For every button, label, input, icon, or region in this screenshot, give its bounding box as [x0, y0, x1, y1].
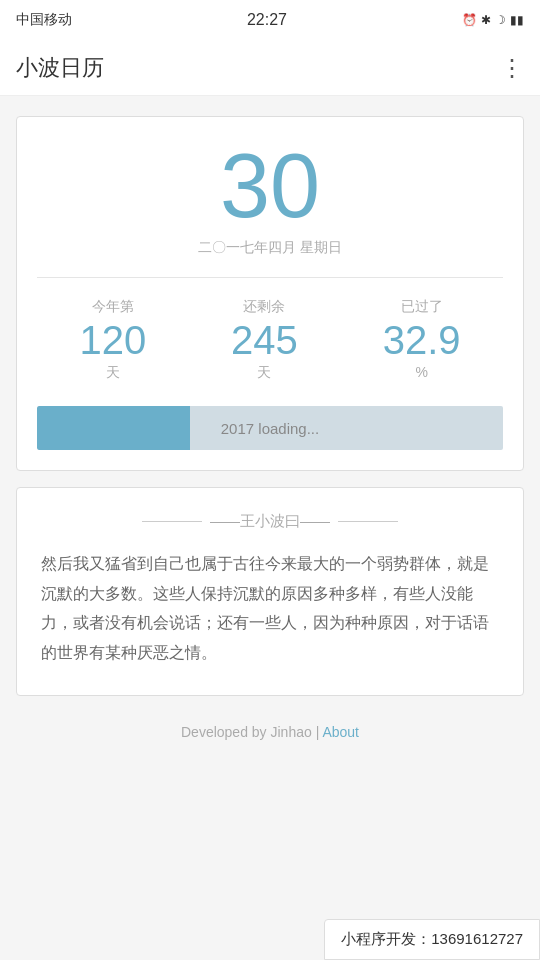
- app-title: 小波日历: [16, 53, 104, 83]
- stats-row: 今年第 120 天 还剩余 245 天 已过了 32.9 %: [37, 298, 503, 382]
- app-bar: 小波日历 ⋮: [0, 40, 540, 96]
- stat-value-0: 120: [79, 320, 146, 360]
- date-text: 二〇一七年四月 星期日: [37, 239, 503, 257]
- divider: [37, 277, 503, 278]
- quote-header: ——王小波曰——: [41, 512, 499, 531]
- battery-icon: ▮▮: [510, 13, 524, 27]
- stat-label-0: 今年第: [92, 298, 134, 316]
- quote-dash-right: [338, 521, 398, 522]
- status-bar: 中国移动 22:27 ⏰ ✱ ☽ ▮▮: [0, 0, 540, 40]
- moon-icon: ☽: [495, 13, 506, 27]
- progress-fill: [37, 406, 190, 450]
- footer-separator: |: [316, 724, 320, 740]
- stat-value-1: 245: [231, 320, 298, 360]
- progress-text: 2017 loading...: [221, 420, 319, 437]
- time-label: 22:27: [247, 11, 287, 29]
- footer-credit: Developed by Jinhao: [181, 724, 312, 740]
- more-menu-button[interactable]: ⋮: [500, 54, 524, 82]
- main-content: 30 二〇一七年四月 星期日 今年第 120 天 还剩余 245 天 已过了 3…: [0, 96, 540, 776]
- progress-bar: 2017 loading...: [37, 406, 503, 450]
- stat-unit-1: 天: [257, 364, 271, 382]
- footer: Developed by Jinhao | About: [16, 712, 524, 760]
- about-link[interactable]: About: [322, 724, 359, 740]
- carrier-label: 中国移动: [16, 11, 72, 29]
- stat-label-2: 已过了: [401, 298, 443, 316]
- banner-text: 小程序开发：13691612727: [341, 930, 523, 947]
- quote-card: ——王小波曰—— 然后我又猛省到自己也属于古往今来最大的一个弱势群体，就是沉默的…: [16, 487, 524, 696]
- quote-author: ——王小波曰——: [210, 512, 330, 531]
- stat-days-remaining: 还剩余 245 天: [231, 298, 298, 382]
- stat-unit-0: 天: [106, 364, 120, 382]
- stat-unit-2: %: [415, 364, 427, 380]
- status-icons: ⏰ ✱ ☽ ▮▮: [462, 13, 524, 27]
- stat-value-2: 32.9: [383, 320, 461, 360]
- quote-body: 然后我又猛省到自己也属于古往今来最大的一个弱势群体，就是沉默的大多数。这些人保持…: [41, 549, 499, 667]
- calendar-card: 30 二〇一七年四月 星期日 今年第 120 天 还剩余 245 天 已过了 3…: [16, 116, 524, 471]
- bluetooth-icon: ✱: [481, 13, 491, 27]
- bottom-banner: 小程序开发：13691612727: [324, 919, 540, 960]
- quote-dash-left: [142, 521, 202, 522]
- day-number: 30: [37, 141, 503, 231]
- stat-label-1: 还剩余: [243, 298, 285, 316]
- stat-day-of-year: 今年第 120 天: [79, 298, 146, 382]
- alarm-icon: ⏰: [462, 13, 477, 27]
- stat-percentage: 已过了 32.9 %: [383, 298, 461, 380]
